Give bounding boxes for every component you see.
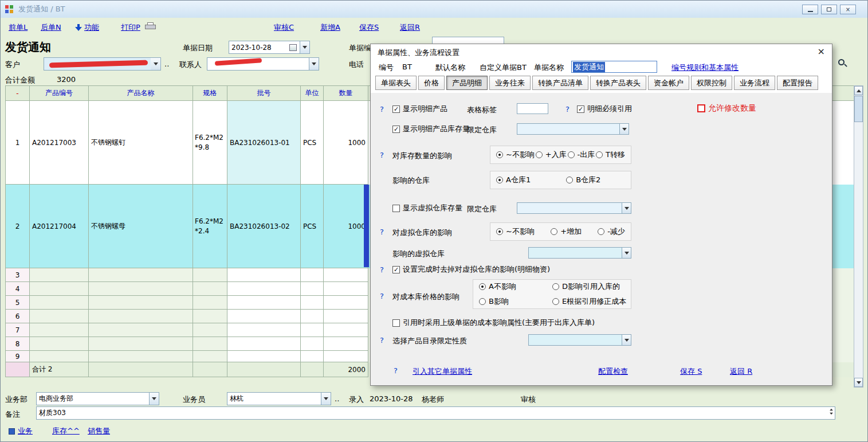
radio-virtual-no-effect[interactable]: ~不影响 — [496, 226, 535, 237]
column-header[interactable]: 数量 — [324, 86, 368, 101]
tab-product-detail[interactable]: 产品明细 — [446, 76, 488, 90]
show-detail-checkbox[interactable]: ✓ 显示明细产品 — [392, 104, 447, 114]
tab-price[interactable]: 价格 — [418, 76, 445, 90]
column-header[interactable]: 单位 — [301, 86, 324, 101]
help-icon[interactable]: ? — [380, 105, 384, 114]
radio-virtual-decrease[interactable]: -减少 — [598, 226, 625, 237]
close-button[interactable]: × — [840, 5, 856, 14]
tab-stock[interactable]: 库存^^ — [52, 426, 80, 436]
help-icon[interactable]: ? — [380, 265, 384, 274]
radio-stock-in[interactable]: +入库 — [536, 150, 567, 160]
chevron-down-icon — [151, 58, 160, 70]
tab-fund-account[interactable]: 资金帐户 — [648, 76, 689, 90]
scroll-down-button[interactable] — [854, 378, 863, 387]
help-icon[interactable]: ? — [380, 292, 384, 300]
radio-warehouse-a[interactable]: A仓库1 — [496, 175, 531, 185]
radio-transfer[interactable]: T转移 — [596, 150, 625, 160]
minimize-button[interactable] — [802, 5, 818, 14]
radio-cost-no-effect[interactable]: A不影响 — [479, 281, 552, 292]
grid-total-qty: 2000 — [324, 362, 368, 377]
column-header[interactable]: 规格 — [193, 86, 227, 101]
virtual-limit-warehouse-select[interactable] — [517, 202, 631, 214]
default-name-label: 默认名称 — [435, 62, 465, 73]
date-input[interactable]: 2023-10-28 — [229, 41, 310, 54]
inherit-cost-checkbox[interactable]: 引用时采用上级单据的成本影响属性(主要用于出库入库单) — [392, 318, 595, 328]
chevron-down-icon[interactable] — [619, 124, 629, 134]
checkbox-icon: ✓ — [392, 126, 400, 133]
print-button[interactable]: 打印P — [121, 22, 140, 33]
config-check-link[interactable]: 配置检查 — [598, 366, 628, 377]
help-icon[interactable]: ? — [380, 228, 384, 236]
tab-business[interactable]: 业务 — [9, 426, 33, 436]
radio-stock-out[interactable]: -出库 — [568, 150, 595, 160]
dept-select[interactable]: 电商业务部 — [36, 392, 159, 405]
tab-sales[interactable]: 销售量 — [88, 426, 110, 436]
chevron-down-icon[interactable] — [309, 58, 319, 70]
dialog-return-link[interactable]: 返回 R — [730, 366, 752, 377]
salesman-select[interactable]: 林杭 — [227, 392, 331, 405]
column-header[interactable]: 产品名称 — [89, 86, 193, 101]
scrollbar-thumb[interactable] — [854, 96, 863, 122]
column-header[interactable]: - — [6, 86, 30, 101]
dialog-save-link[interactable]: 保存 S — [680, 366, 702, 377]
function-button[interactable]: 功能 — [75, 22, 99, 33]
search-icon[interactable] — [838, 59, 845, 65]
save-button[interactable]: 保存S — [359, 22, 379, 33]
radio-no-effect[interactable]: ~不影响 — [496, 150, 535, 160]
limit-warehouse-select[interactable] — [517, 123, 629, 135]
back-button[interactable]: 返回R — [400, 22, 420, 33]
tab-doc-header[interactable]: 单据表头 — [375, 76, 417, 90]
chevron-down-icon[interactable] — [622, 248, 631, 258]
column-header[interactable]: 产品编号 — [30, 86, 89, 101]
column-header[interactable]: 批号 — [227, 86, 301, 101]
radio-cost-affect[interactable]: B影响 — [479, 296, 552, 307]
show-stock-checkbox[interactable]: ✓ 显示明细产品库存量 — [392, 124, 470, 134]
show-virtual-stock-checkbox[interactable]: 显示虚拟仓库存量 — [392, 203, 462, 213]
next-doc-button[interactable]: 后单N — [41, 22, 61, 33]
help-icon[interactable]: ? — [380, 336, 384, 345]
radio-cost-correct-by-ref[interactable]: E根据引用修正成本 — [552, 296, 626, 307]
help-icon[interactable]: ? — [394, 366, 398, 375]
import-properties-link[interactable]: 引入其它单据属性 — [413, 366, 472, 377]
printer-icon[interactable] — [145, 22, 156, 30]
audit-button[interactable]: 审核C — [274, 22, 294, 33]
grid-vertical-scrollbar[interactable] — [854, 85, 863, 388]
customer-dropdown-button[interactable] — [151, 57, 161, 71]
remove-virtual-effect-checkbox[interactable]: ✓ 设置完成时去掉对虚拟仓库的影响(明细物资) — [392, 264, 550, 275]
radio-virtual-increase[interactable]: +增加 — [551, 226, 582, 237]
chevron-down-icon[interactable] — [300, 41, 309, 53]
dialog-close-icon[interactable]: × — [818, 46, 825, 57]
salesman-more-button[interactable]: .. — [335, 394, 339, 403]
prev-doc-button[interactable]: 前单L — [9, 22, 28, 33]
tab-convert-list[interactable]: 转换产品清单 — [532, 76, 588, 90]
chevron-down-icon[interactable] — [622, 335, 631, 345]
catalog-limit-select[interactable] — [528, 334, 631, 346]
tab-report-config[interactable]: 配置报告 — [777, 76, 818, 90]
tab-business-contacts[interactable]: 业务往来 — [489, 76, 531, 90]
radio-warehouse-b[interactable]: B仓库2 — [566, 175, 600, 185]
customer-more-button[interactable]: .. — [164, 60, 169, 68]
calendar-icon[interactable] — [289, 44, 297, 51]
help-icon[interactable]: ? — [380, 151, 384, 159]
remark-spinner[interactable] — [829, 408, 834, 415]
tab-workflow[interactable]: 业务流程 — [734, 76, 775, 90]
remark-input[interactable]: 材质303 — [36, 406, 835, 420]
doc-name-input[interactable]: 发货通知 — [571, 61, 657, 73]
allow-modify-qty-checkbox[interactable]: 允许修改数量 — [697, 103, 756, 114]
numbering-rule-link[interactable]: 编号规则和基本属性 — [671, 62, 739, 73]
help-icon[interactable]: ? — [565, 105, 569, 114]
add-button[interactable]: 新增A — [320, 22, 340, 33]
restore-button[interactable] — [821, 5, 837, 14]
chevron-down-icon[interactable] — [622, 203, 631, 213]
affect-virtual-warehouse-select[interactable] — [528, 247, 631, 259]
tab-permission[interactable]: 权限控制 — [691, 76, 732, 90]
tab-convert-header[interactable]: 转换产品表头 — [590, 76, 646, 90]
checkbox-icon — [392, 205, 400, 212]
must-reference-checkbox[interactable]: ✓ 明细必须引用 — [577, 104, 632, 114]
customer-label: 客户 — [5, 60, 20, 70]
table-label-input[interactable] — [517, 103, 548, 114]
chevron-down-icon[interactable] — [149, 393, 159, 405]
radio-cost-affect-inbound-ref[interactable]: D影响引用入库的 — [552, 281, 626, 292]
chevron-down-icon[interactable] — [321, 393, 331, 405]
scroll-up-button[interactable] — [854, 86, 863, 95]
